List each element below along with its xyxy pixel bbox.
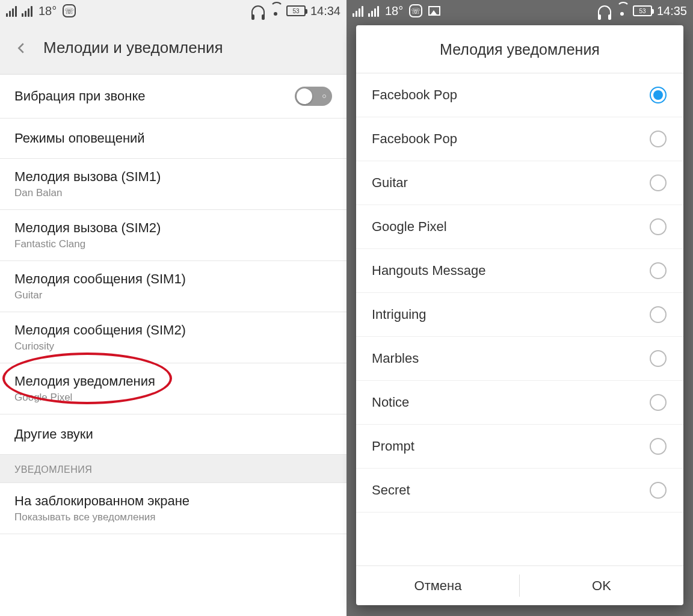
setting-title: Другие звуки [14, 427, 93, 442]
radio-item[interactable]: Notice [356, 381, 683, 425]
status-bar: 18° ☏ 53 14:35 [346, 0, 693, 22]
ok-button[interactable]: OK [520, 566, 683, 605]
setting-title: Мелодия вызова (SIM2) [14, 220, 161, 236]
cancel-button[interactable]: Отмена [356, 566, 520, 605]
radio-item[interactable]: Facebook Pop [356, 117, 683, 161]
radio-item[interactable]: Hangouts Message [356, 249, 683, 293]
weather-temp: 18° [385, 4, 403, 18]
back-button[interactable] [11, 38, 31, 58]
radio-label: Hangouts Message [372, 263, 486, 279]
setting-item[interactable]: Мелодия сообщения (SIM2)Curiosity [0, 312, 346, 363]
radio-label: Notice [372, 395, 409, 410]
radio-button[interactable] [650, 482, 667, 499]
setting-subtitle: Google Pixel [14, 392, 155, 404]
setting-item[interactable]: Мелодия вызова (SIM2)Fantastic Clang [0, 210, 346, 261]
clock: 14:34 [310, 4, 340, 18]
radio-item[interactable]: Guitar [356, 161, 683, 205]
setting-title: Мелодия уведомления [14, 374, 155, 389]
setting-item[interactable]: На заблокированном экранеПоказывать все … [0, 483, 346, 534]
radio-label: Secret [372, 482, 410, 498]
radio-label: Marbles [372, 351, 419, 366]
setting-item[interactable]: Другие звуки [0, 414, 346, 455]
setting-item[interactable]: Мелодия уведомленияGoogle Pixel [0, 363, 346, 414]
radio-item[interactable]: Secret [356, 469, 683, 513]
signal-icon [353, 5, 379, 17]
setting-item[interactable]: Вибрация при звонке [0, 75, 346, 119]
page-title: Мелодии и уведомления [43, 38, 223, 57]
clock: 14:35 [657, 4, 687, 18]
ringtone-list[interactable]: Facebook PopFacebook PopGuitarGoogle Pix… [356, 73, 683, 565]
radio-button[interactable] [650, 394, 667, 411]
toggle-switch[interactable] [295, 87, 332, 106]
radio-item[interactable]: Facebook Pop [356, 73, 683, 117]
radio-item[interactable]: Intriguing [356, 293, 683, 337]
wifi-icon [616, 6, 628, 16]
setting-title: На заблокированном экране [14, 493, 189, 509]
setting-title: Мелодия сообщения (SIM1) [14, 271, 186, 287]
dialog-backdrop: Мелодия уведомления Facebook PopFacebook… [346, 22, 693, 616]
image-icon [428, 6, 440, 16]
radio-item[interactable]: Prompt [356, 425, 683, 469]
signal-icon [6, 5, 32, 17]
phone-screen-dialog: 18° ☏ 53 14:35 Мелодия уведомления Faceb… [346, 0, 693, 616]
radio-button[interactable] [650, 438, 667, 455]
viber-icon: ☏ [63, 4, 76, 17]
viber-icon: ☏ [409, 4, 422, 17]
setting-subtitle: Fantastic Clang [14, 238, 161, 250]
setting-item[interactable]: Мелодия вызова (SIM1)Dan Balan [0, 159, 346, 210]
setting-title: Мелодия вызова (SIM1) [14, 169, 161, 185]
radio-button[interactable] [650, 262, 667, 279]
radio-label: Guitar [372, 175, 408, 191]
radio-label: Facebook Pop [372, 131, 457, 147]
setting-subtitle: Dan Balan [14, 187, 161, 199]
radio-label: Google Pixel [372, 219, 447, 235]
battery-icon: 53 [633, 5, 652, 16]
settings-list[interactable]: Вибрация при звонкеРежимы оповещенийМело… [0, 75, 346, 616]
app-bar: Мелодии и уведомления [0, 22, 346, 75]
radio-button[interactable] [650, 218, 667, 235]
setting-title: Мелодия сообщения (SIM2) [14, 322, 186, 338]
headphones-icon [251, 5, 265, 16]
phone-screen-settings: 18° ☏ 53 14:34 Мелодии и уведомления Виб… [0, 0, 346, 616]
radio-label: Facebook Pop [372, 87, 457, 103]
radio-item[interactable]: Marbles [356, 337, 683, 381]
ringtone-dialog: Мелодия уведомления Facebook PopFacebook… [356, 25, 683, 605]
battery-level: 53 [639, 8, 645, 14]
status-bar: 18° ☏ 53 14:34 [0, 0, 346, 22]
dialog-actions: Отмена OK [356, 565, 683, 605]
radio-button[interactable] [650, 131, 667, 147]
dialog-title: Мелодия уведомления [356, 25, 683, 73]
section-header: УВЕДОМЛЕНИЯ [0, 455, 346, 483]
battery-level: 53 [292, 8, 299, 14]
setting-item[interactable]: Мелодия сообщения (SIM1)Guitar [0, 261, 346, 312]
weather-temp: 18° [38, 4, 57, 18]
setting-title: Режимы оповещений [14, 131, 145, 146]
setting-subtitle: Curiosity [14, 340, 186, 353]
setting-item[interactable]: Режимы оповещений [0, 119, 346, 159]
battery-icon: 53 [286, 5, 306, 16]
radio-label: Prompt [372, 439, 414, 454]
radio-button[interactable] [650, 174, 667, 191]
wifi-icon [270, 6, 282, 16]
radio-button[interactable] [650, 306, 667, 323]
radio-button[interactable] [650, 350, 667, 367]
setting-title: Вибрация при звонке [14, 88, 146, 104]
radio-label: Intriguing [372, 307, 427, 322]
headphones-icon [598, 5, 611, 16]
radio-item[interactable]: Google Pixel [356, 205, 683, 249]
radio-button[interactable] [650, 87, 667, 103]
setting-subtitle: Показывать все уведомления [14, 511, 189, 523]
setting-subtitle: Guitar [14, 289, 186, 301]
